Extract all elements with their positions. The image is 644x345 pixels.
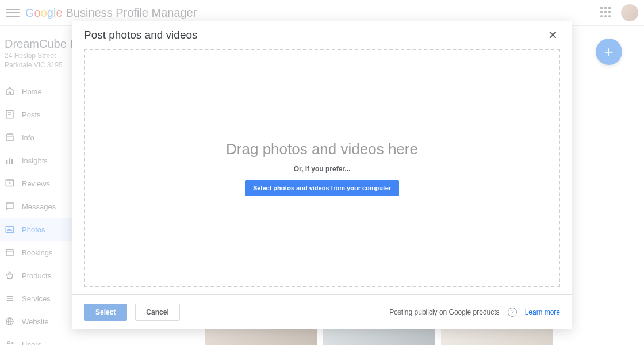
upload-modal: Post photos and videos ✕ Drag photos and… xyxy=(72,21,572,329)
close-icon[interactable]: ✕ xyxy=(546,26,560,44)
select-button[interactable]: Select xyxy=(84,304,127,321)
posting-note: Posting publicly on Google products xyxy=(389,308,499,316)
select-from-computer-button[interactable]: Select photos and videos from your compu… xyxy=(245,180,399,196)
drop-zone-subtitle: Or, if you prefer... xyxy=(294,165,351,173)
drop-zone[interactable]: Drag photos and videos here Or, if you p… xyxy=(84,49,560,288)
help-icon[interactable]: ? xyxy=(508,308,517,317)
modal-overlay: Post photos and videos ✕ Drag photos and… xyxy=(0,0,644,345)
drop-zone-title: Drag photos and videos here xyxy=(226,140,418,158)
modal-title: Post photos and videos xyxy=(84,29,198,41)
cancel-button[interactable]: Cancel xyxy=(135,304,179,321)
learn-more-link[interactable]: Learn more xyxy=(525,308,560,316)
